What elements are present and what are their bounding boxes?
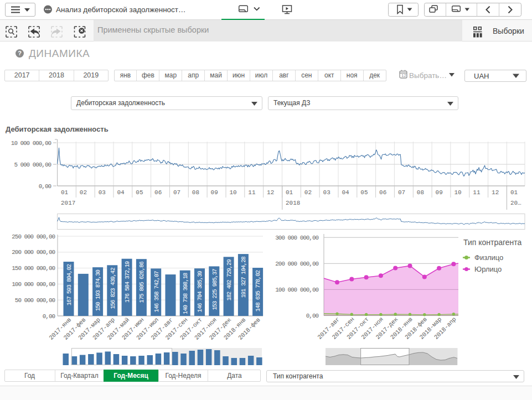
svg-text:Юрлицо: Юрлицо bbox=[474, 265, 502, 273]
svg-text:0,00: 0,00 bbox=[306, 313, 319, 319]
svg-text:100 000 000,00: 100 000 000,00 bbox=[275, 287, 318, 293]
svg-text:200 000 000,00: 200 000 000,00 bbox=[275, 261, 318, 267]
svg-text:Физлицо: Физлицо bbox=[474, 253, 503, 262]
svg-text:Тип контрагента: Тип контрагента bbox=[463, 238, 522, 247]
svg-text:300 000 000,00: 300 000 000,00 bbox=[275, 235, 318, 241]
